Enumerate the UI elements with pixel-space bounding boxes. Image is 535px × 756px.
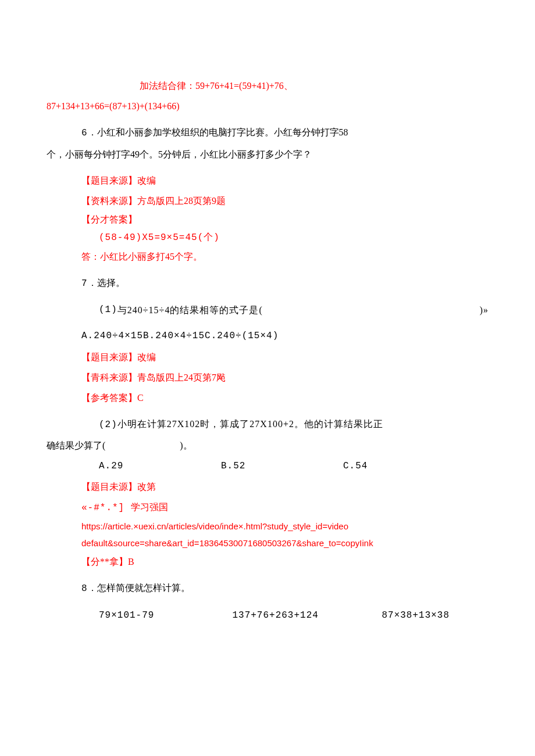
q8-title: 8．怎样简便就怎样计算。 <box>47 578 488 599</box>
q7-p2-text2-close: )。 <box>180 440 192 450</box>
q7-p1-source-label: 【题目来源】 <box>81 352 137 362</box>
q7-p2-text1: 小明在计算27X102时，算成了27X100+2。他的计算结果比正 <box>117 419 383 429</box>
q7-p2-num: (2) <box>99 420 117 430</box>
q7-p1-ref: 【青科来源】青岛版四上24页第7飐 <box>47 367 488 388</box>
header-line-2: 87+134+13+66=(87+13)+(134+66) <box>47 96 488 116</box>
q8-expressions: 79×101-79 137+76+263+124 87×38+13×38 <box>47 605 488 626</box>
q6-ref-val: 方岛版四上28页第9题 <box>137 196 226 206</box>
q8-e1: 79×101-79 <box>99 605 232 626</box>
q8-e3: 87×38+13×38 <box>381 605 488 626</box>
q6-calc: (58-49)X5=9×5=45(个) <box>47 229 488 246</box>
q6-ans-label: 【分才答案】 <box>47 211 488 228</box>
q7-p2-source-val: 改第 <box>137 482 156 492</box>
q7-p2-options: A.29 B.52 C.54 <box>47 456 488 476</box>
q7-p2-link1: https://article.×uexi.cn/articles/video/… <box>47 518 488 535</box>
q8-e2: 137+76+263+124 <box>232 605 381 626</box>
q7-p2-optB: B.52 <box>221 456 343 476</box>
q7-p2-ans-val: B <box>128 557 134 567</box>
header-line-1: 加法结合律：59+76+41=(59+41)+76、 <box>47 76 488 96</box>
q8-title-text: ．怎样简便就怎样计算。 <box>88 583 190 593</box>
q7-p2-text2-pre: 确结果少算了( <box>47 440 105 450</box>
q7-p2-line2: 确结果少算了( )。 <box>47 435 488 456</box>
q6-ref: 【资料来源】方岛版四上28页第9题 <box>47 191 488 211</box>
q7-p2-ref: «-#*.*] 学习强国 <box>47 497 488 518</box>
q7-p2-line1: (2)小明在计算27X102时，算成了27X100+2。他的计算结果比正 <box>47 414 488 435</box>
q8-number: 8 <box>81 583 88 594</box>
document-page: 加法结合律：59+76+41=(59+41)+76、 87+134+13+66=… <box>0 0 535 661</box>
q7-p2-link2: default&source=share&art_id=183645300716… <box>47 535 488 552</box>
q6-line1: 6．小红和小丽参加学校组织的电脑打字比赛。小红每分钟打字58 <box>47 122 488 144</box>
q7-p1-ref-label: 【青科来源】 <box>81 372 137 382</box>
q7-p2-ref-prefix: «-#*.*] <box>81 503 131 513</box>
q7-p2-source-label: 【题目未源】 <box>81 482 137 492</box>
q7-title-text: ．选择。 <box>88 278 125 288</box>
q7-title: 7．选择。 <box>47 273 488 294</box>
q7-p1-opts: A.240÷4×15B.240×4÷15C.240÷(15×4) <box>47 326 488 346</box>
q6-answer: 答：小红比小丽多打45个字。 <box>47 246 488 267</box>
q7-p1-text: (1) 与240÷15÷4的结果相等的式子是( )» <box>47 300 488 320</box>
q7-p1-ans-val: C <box>137 393 144 403</box>
q7-p2-optC: C.54 <box>343 456 465 476</box>
q7-p1-ans-label: 【参考答案】 <box>81 393 137 403</box>
q6-source-val: 改编 <box>137 175 156 185</box>
q7-p1-ref-val: 青岛版四上24页第7飐 <box>137 372 226 382</box>
q7-number: 7 <box>81 278 88 289</box>
q6-text1: ．小红和小丽参加学校组织的电脑打字比赛。小红每分钟打字58 <box>88 127 348 137</box>
q6-source: 【题目来源】改编 <box>47 170 488 191</box>
q6-line2: 个，小丽每分钟打字49个。5分钟后，小红比小丽多打多少个字？ <box>47 144 488 164</box>
q7-p1-ans: 【参考答案】C <box>47 388 488 408</box>
q6-source-label: 【题目来源】 <box>81 175 137 185</box>
q6-ref-label: 【资料来源】 <box>81 196 137 206</box>
q7-p2-ans: 【分**拿】B <box>47 551 488 572</box>
q7-p2-ref-text: 学习强国 <box>131 502 168 512</box>
q7-p1-source-val: 改编 <box>137 352 156 362</box>
q7-p1-num: (1) <box>99 300 117 320</box>
q6-number: 6 <box>81 128 88 138</box>
q7-p1-close: )» <box>480 300 488 320</box>
q7-p2-source: 【题目未源】改第 <box>47 476 488 497</box>
q7-p1-body: 与240÷15÷4的结果相等的式子是( <box>117 300 263 320</box>
q7-p2-optA: A.29 <box>99 456 221 476</box>
q7-p1-source: 【题目来源】改编 <box>47 347 488 367</box>
q7-p2-ans-label: 【分**拿】 <box>81 557 128 567</box>
